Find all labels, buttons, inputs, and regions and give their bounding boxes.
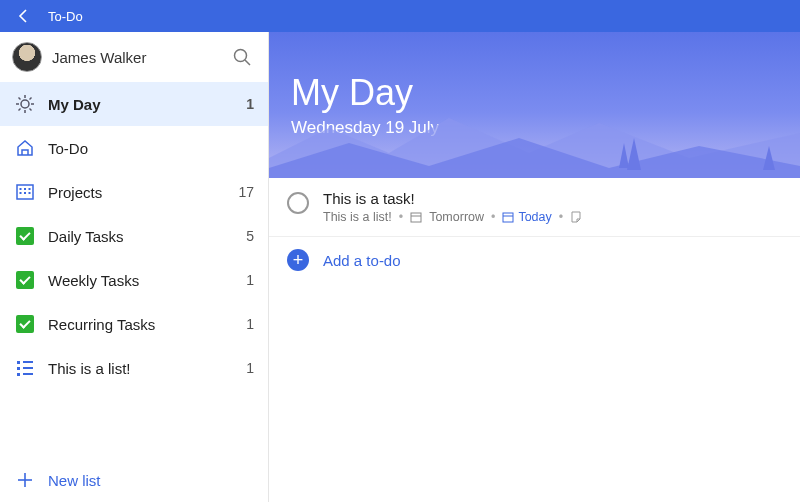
sidebar-item-label: Projects (48, 184, 238, 201)
sidebar-item-count: 1 (246, 360, 254, 376)
svg-line-10 (30, 98, 32, 100)
sidebar-item-count: 1 (246, 272, 254, 288)
search-icon (232, 47, 252, 67)
task-reminder: Today (518, 210, 551, 224)
sidebar-item-count: 17 (238, 184, 254, 200)
svg-line-9 (19, 109, 21, 111)
sidebar-item-daily[interactable]: Daily Tasks 5 (0, 214, 268, 258)
sidebar-item-label: This is a list! (48, 360, 246, 377)
plus-circle-icon: + (287, 249, 309, 271)
svg-line-7 (19, 98, 21, 100)
note-icon (570, 211, 582, 223)
svg-rect-22 (503, 213, 513, 222)
task-title: This is a task! (323, 190, 582, 207)
sidebar-item-label: Weekly Tasks (48, 272, 246, 289)
user-name: James Walker (52, 49, 228, 66)
sidebar-item-my-day[interactable]: My Day 1 (0, 82, 268, 126)
titlebar: To-Do (0, 0, 800, 32)
task-complete-toggle[interactable] (287, 192, 309, 214)
sidebar-item-weekly[interactable]: Weekly Tasks 1 (0, 258, 268, 302)
task-due: Tomorrow (429, 210, 484, 224)
sidebar-item-count: 1 (246, 316, 254, 332)
sidebar-item-projects[interactable]: Projects 17 (0, 170, 268, 214)
plus-icon (14, 472, 36, 488)
landscape-art (269, 98, 800, 178)
home-icon (14, 138, 36, 158)
svg-rect-20 (411, 213, 421, 222)
svg-rect-13 (24, 188, 26, 190)
due-icon (410, 211, 422, 223)
task-row[interactable]: This is a task! This is a list! • Tomorr… (269, 178, 800, 237)
reminder-icon (502, 211, 514, 223)
calendar-icon (14, 183, 36, 201)
sidebar-item-count: 1 (246, 96, 254, 112)
sun-icon (14, 94, 36, 114)
arrow-left-icon (16, 8, 32, 24)
svg-rect-14 (29, 188, 31, 190)
svg-rect-12 (20, 188, 22, 190)
svg-point-0 (235, 50, 247, 62)
add-todo-button[interactable]: + Add a to-do (269, 237, 800, 283)
sidebar: James Walker My Day 1 To-Do (0, 32, 269, 502)
new-list-button[interactable]: New list (0, 458, 268, 502)
sidebar-item-label: To-Do (48, 140, 254, 157)
svg-point-2 (21, 100, 29, 108)
svg-rect-15 (20, 192, 22, 194)
svg-rect-16 (24, 192, 26, 194)
add-todo-label: Add a to-do (323, 252, 401, 269)
svg-line-8 (30, 109, 32, 111)
sidebar-item-label: Daily Tasks (48, 228, 246, 245)
list-nav: My Day 1 To-Do Projects 17 Daily Tasks (0, 82, 268, 458)
avatar (12, 42, 42, 72)
app-title: To-Do (48, 9, 83, 24)
new-list-label: New list (48, 472, 101, 489)
sidebar-item-todo[interactable]: To-Do (0, 126, 268, 170)
svg-line-1 (245, 60, 250, 65)
check-icon (14, 227, 36, 245)
sidebar-item-label: Recurring Tasks (48, 316, 246, 333)
back-button[interactable] (8, 8, 40, 24)
sidebar-item-recurring[interactable]: Recurring Tasks 1 (0, 302, 268, 346)
svg-rect-17 (29, 192, 31, 194)
search-button[interactable] (228, 43, 256, 71)
check-icon (14, 315, 36, 333)
check-icon (14, 271, 36, 289)
profile-row[interactable]: James Walker (0, 32, 268, 82)
sidebar-item-label: My Day (48, 96, 246, 113)
sidebar-item-count: 5 (246, 228, 254, 244)
hero: My Day Wednesday 19 July (269, 32, 800, 178)
list-icon (14, 361, 36, 376)
main-pane: My Day Wednesday 19 July This is a task!… (269, 32, 800, 502)
task-meta: This is a list! • Tomorrow • Today • (323, 210, 582, 224)
sidebar-item-custom[interactable]: This is a list! 1 (0, 346, 268, 390)
task-list-name: This is a list! (323, 210, 392, 224)
